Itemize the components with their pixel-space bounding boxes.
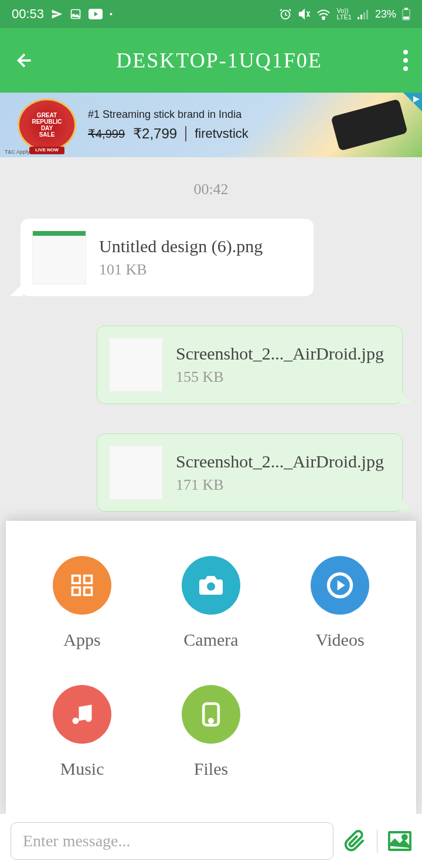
attach-label: Videos	[315, 630, 364, 650]
signal-icon	[358, 9, 369, 19]
ad-old-price: ₹4,999	[88, 127, 125, 141]
file-name: Screenshot_2..._AirDroid.jpg	[176, 452, 390, 472]
attachment-button[interactable]	[344, 830, 366, 852]
svg-rect-4	[358, 17, 359, 19]
files-icon	[182, 685, 240, 744]
send-icon	[51, 8, 63, 20]
apps-icon	[53, 556, 111, 615]
ad-terms: T&C Apply	[5, 149, 30, 155]
page-title: DESKTOP-1UQ1F0E	[35, 48, 403, 73]
mute-icon	[298, 8, 311, 21]
svg-rect-13	[73, 588, 80, 595]
chat-area: 00:42 Untitled design (6).png 101 KB Scr…	[0, 157, 422, 521]
ad-badge: GREAT REPUBLIC DAY SALE LIVE NOW	[18, 99, 76, 151]
battery-percent: 23%	[375, 8, 396, 21]
chat-timestamp: 00:42	[9, 181, 413, 198]
ad-brand: firetvstick	[185, 126, 249, 141]
attach-videos-button[interactable]: Videos	[281, 544, 399, 662]
message-bubble[interactable]: Screenshot_2..._AirDroid.jpg 171 KB	[97, 433, 403, 512]
attach-label: Apps	[63, 630, 100, 650]
ad-new-price: ₹2,799	[133, 126, 177, 142]
file-size: 171 KB	[176, 476, 390, 494]
divider	[377, 829, 377, 853]
gallery-button[interactable]	[388, 831, 411, 851]
file-name: Untitled design (6).png	[99, 236, 302, 256]
svg-rect-11	[73, 576, 80, 584]
attach-label: Music	[60, 759, 104, 779]
youtube-status-icon	[89, 9, 103, 19]
file-thumbnail	[109, 446, 163, 500]
attach-camera-button[interactable]: Camera	[152, 544, 270, 662]
svg-rect-10	[404, 17, 409, 19]
message-bubble[interactable]: Screenshot_2..._AirDroid.jpg 155 KB	[97, 326, 403, 404]
status-bar: 00:53 • Vo))LTE1 23%	[0, 0, 422, 28]
file-size: 155 KB	[176, 368, 390, 386]
svg-point-22	[403, 835, 407, 839]
attach-label: Camera	[183, 630, 238, 650]
more-dot-icon: •	[110, 9, 113, 19]
svg-point-18	[86, 716, 92, 722]
file-name: Screenshot_2..._AirDroid.jpg	[176, 344, 390, 364]
battery-icon	[402, 8, 410, 21]
svg-point-17	[73, 718, 79, 724]
svg-point-3	[323, 18, 325, 20]
lte-icon: Vo))LTE1	[336, 8, 351, 21]
alarm-icon	[279, 8, 292, 21]
svg-rect-14	[84, 588, 92, 595]
attach-label: Files	[194, 759, 228, 779]
svg-point-20	[209, 719, 213, 723]
music-icon	[53, 685, 111, 744]
back-button[interactable]	[14, 50, 35, 71]
attach-files-button[interactable]: Files	[152, 673, 270, 791]
ad-product-image	[331, 99, 407, 151]
ad-play-icon	[403, 93, 422, 111]
svg-rect-6	[363, 12, 365, 19]
input-bar: Enter message...	[0, 814, 422, 868]
status-time: 00:53	[12, 6, 44, 22]
svg-rect-12	[84, 576, 92, 584]
overflow-menu-button[interactable]	[403, 50, 408, 71]
svg-rect-7	[366, 10, 368, 19]
app-bar: DESKTOP-1UQ1F0E	[0, 28, 422, 93]
file-size: 101 KB	[99, 261, 302, 279]
camera-icon	[182, 556, 240, 615]
file-thumbnail	[32, 230, 86, 284]
videos-icon	[311, 556, 369, 615]
file-thumbnail	[109, 338, 163, 392]
message-bubble[interactable]: Untitled design (6).png 101 KB	[21, 219, 314, 296]
svg-rect-5	[360, 15, 362, 19]
ad-banner[interactable]: GREAT REPUBLIC DAY SALE LIVE NOW #1 Stre…	[0, 93, 422, 157]
ad-headline: #1 Streaming stick brand in India	[88, 108, 322, 121]
gallery-status-icon	[70, 8, 81, 20]
message-input[interactable]: Enter message...	[11, 822, 333, 860]
attachment-panel: Apps Camera Videos Music Files	[6, 521, 416, 814]
attach-music-button[interactable]: Music	[23, 673, 141, 791]
svg-point-15	[207, 582, 215, 591]
attach-apps-button[interactable]: Apps	[23, 544, 141, 662]
svg-rect-9	[405, 8, 407, 9]
wifi-icon	[316, 8, 331, 20]
